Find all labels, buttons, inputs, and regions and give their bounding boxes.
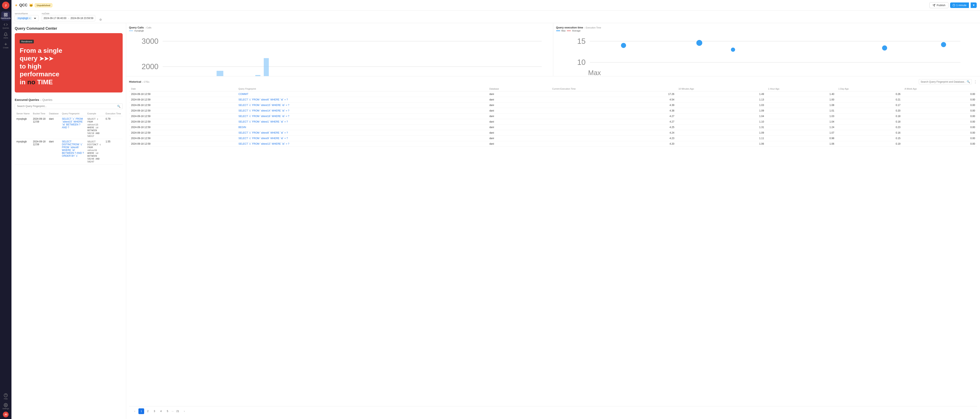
code-icon [4,22,8,27]
pagination-prev[interactable]: ‹ [132,408,138,414]
hist-cell-week: 0.00 [903,92,977,97]
pagination-dots: ··· [171,410,174,413]
list-item: 2024-09-18 12:59 SELECT `c` FROM `sbtest… [129,97,977,103]
sidebar-item-settings[interactable]: Settings [1,402,10,411]
list-item: 2024-09-18 12:59 SELECT `c` FROM `sbtest… [129,136,977,141]
page-5[interactable]: 5 [165,408,170,414]
filter-settings-icon[interactable]: ⚙ [99,18,102,21]
hist-cell-week: 0.00 [903,103,977,108]
clock-icon [953,4,955,6]
executed-search-input[interactable] [17,105,116,108]
grid-icon [4,13,8,17]
time-filter-expand[interactable]: ▼ [970,2,977,8]
publish-button[interactable]: Publish [929,2,948,8]
date-label: myDate [42,12,95,15]
hist-cell-fingerprint[interactable]: SELECT `c` FROM `sbtest13` WHERE `id` = … [236,141,487,147]
hist-cell-current: 4.25 [550,125,676,130]
charts-row: Query Calls – Calls mysqlsgb [126,23,980,76]
service-name-select[interactable] [33,17,37,20]
hist-cell-10min: 1.09 [676,130,766,136]
service-name-tag-close[interactable]: ✕ [29,17,30,19]
sidebar-item-alerts[interactable]: Alerts [1,31,10,40]
hist-cell-1hr: 1.08 [766,103,836,108]
historical-search-bar[interactable]: 🔍 [919,79,972,84]
cell-bucket: 2024-09-18 12:59 [31,116,47,139]
query-calls-title: Query Calls – Calls [129,26,550,29]
hist-cell-week: 0.00 [903,136,977,141]
page-21[interactable]: 21 [175,408,181,414]
executed-queries-table: Server Name Bucket Time Database Query F… [15,111,123,165]
page-4[interactable]: 4 [158,408,164,414]
table-row: mysqlsgb 2024-09-18 12:59 dani SELECT `c… [15,116,123,139]
hist-cell-week: 0.00 [903,108,977,114]
hist-cell-fingerprint[interactable]: SELECT `c` FROM `sbtest1` WHERE `id` = ? [236,119,487,125]
sidebar-help-label: Help [4,398,8,400]
svg-rect-2 [4,15,6,16]
cell-fingerprint[interactable]: SELECT DISTINCTROW `c` FROM `sbtest6` WH… [60,139,86,164]
hist-cell-fingerprint[interactable]: SELECT `c` FROM `sbtest14` WHERE `id` = … [236,108,487,114]
cell-fingerprint[interactable]: SELECT `c` FROM `sbtest15` WHERE `id` BE… [60,116,86,139]
help-icon [4,393,8,397]
list-item: 2024-09-18 12:59 BEGIN dani 4.25 1.31 1.… [129,125,977,130]
hist-cell-fingerprint[interactable]: BEGIN [236,125,487,130]
pagination-next[interactable]: › [181,408,187,414]
hist-cell-db: dani [487,136,550,141]
hist-cell-date: 2024-09-18 12:59 [129,130,236,136]
cell-db: dani [47,116,60,139]
filter-bar: serviceName mysqlsgb ✕ myDate 2024-09-17… [11,11,980,23]
hist-cell-fingerprint[interactable]: SELECT `c` FROM `sbtest8` WHERE `id` = ? [236,130,487,136]
service-name-input[interactable]: mysqlsgb ✕ [15,15,38,21]
sidebar-item-help[interactable]: Help [1,392,10,401]
hist-cell-10min: 1.09 [676,108,766,114]
date-range: 2024-09-17 06:40:00 → 2024-09-18 23:59:5… [44,17,93,20]
hist-cell-10min: 1.10 [676,119,766,125]
col-database: Database [47,111,60,116]
right-panel: Query Calls – Calls mysqlsgb [126,23,980,419]
page-2[interactable]: 2 [145,408,151,414]
date-input[interactable]: 2024-09-17 06:40:00 → 2024-09-18 23:59:5… [42,15,95,21]
hist-cell-fingerprint[interactable]: SELECT `c` FROM `sbtest9` WHERE `id` = ? [236,136,487,141]
hist-col-1hr: 1 Hour Ago [766,86,836,92]
page-1[interactable]: 1 [138,408,144,414]
sidebar-create-label: Create [3,47,8,49]
sidebar-item-queries[interactable]: Queries [1,21,10,30]
hist-cell-date: 2024-09-18 12:59 [129,119,236,125]
hist-cell-1hr: 1.07 [766,130,836,136]
hist-cell-fingerprint[interactable]: COMMIT [236,92,487,97]
sidebar-alerts-label: Alerts [3,37,8,39]
star-icon[interactable]: ★ [15,3,18,7]
hist-col-10min: 10 Minutes Ago [676,86,766,92]
page-3[interactable]: 3 [151,408,157,414]
search-icon: 🔍 [967,80,970,83]
sidebar-item-create[interactable]: Create [1,41,10,50]
query-calls-chart-area: 3000 2000 1000 [129,33,550,76]
app-logo: J [2,2,10,9]
hist-cell-db: dani [487,125,550,130]
hist-cell-week: 0.00 [903,114,977,119]
legend-max [556,30,560,31]
query-calls-svg: 3000 2000 1000 [129,33,550,76]
hist-cell-week: 0.00 [903,125,977,130]
hist-cell-current: 4.27 [550,114,676,119]
hist-cell-fingerprint[interactable]: SELECT `c` FROM `sbtest18` WHERE `id` = … [236,114,487,119]
executed-search-bar[interactable]: 🔍 [15,103,123,109]
exec-time-legend: Max Average [556,29,977,32]
avatar[interactable]: JD [3,412,9,417]
svg-point-8 [5,405,6,406]
sidebar-item-dashboards[interactable]: Dashboards [1,11,10,21]
more-options-icon[interactable]: ⋮ [974,79,977,84]
service-name-filter: serviceName mysqlsgb ✕ [15,12,38,21]
hist-cell-fingerprint[interactable]: SELECT `c` FROM `sbtest15` WHERE `id` = … [236,103,487,108]
hist-cell-date: 2024-09-18 12:59 [129,125,236,130]
hist-cell-fingerprint[interactable]: SELECT `c` FROM `sbtest6` WHERE `id` = ? [236,97,487,103]
hist-cell-1day: 0.18 [836,114,902,119]
hist-cell-1day: 0.21 [836,97,902,103]
time-filter-button[interactable]: 1 minute [950,2,969,8]
historical-search-input[interactable] [921,80,966,83]
hist-cell-week: 0.00 [903,119,977,125]
hist-cell-10min: 1.03 [676,103,766,108]
hist-cell-1day: 0.26 [836,92,902,97]
hist-cell-current: 4.54 [550,97,676,103]
date-separator: → [67,17,70,20]
svg-point-99 [696,40,702,46]
